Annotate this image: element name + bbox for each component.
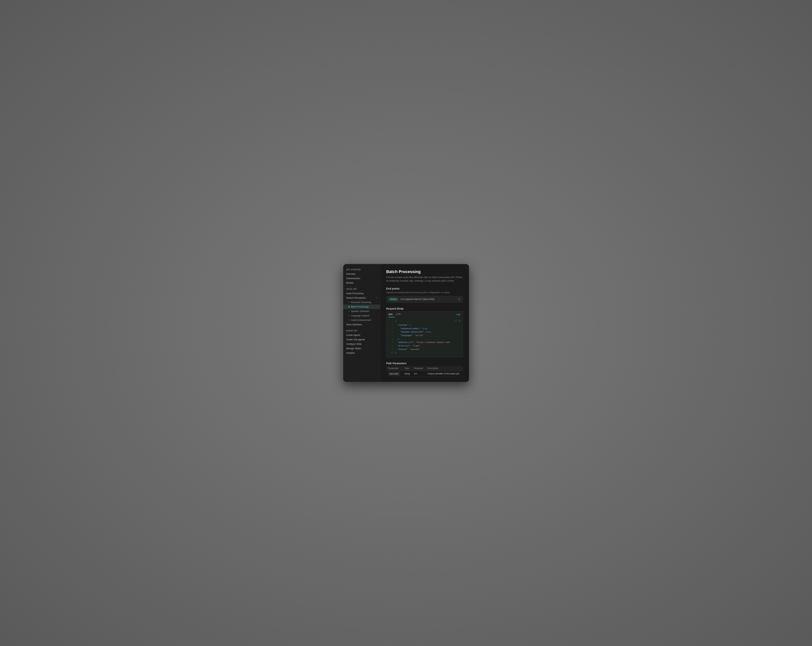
params-table: Parameter Type Required Description batc…	[386, 366, 463, 377]
sidebar-sub-audio-enhancement[interactable]: Audio Enhancement	[343, 318, 380, 322]
endpoint-bar: PATCH /v1/speech/batch/{batchId}	[386, 296, 463, 303]
dot-icon	[348, 315, 350, 316]
dot-icon	[348, 306, 350, 307]
chevron-icon: ›	[377, 292, 377, 294]
tab-curl[interactable]: cURL	[396, 311, 403, 317]
col-type: Type	[403, 366, 412, 371]
chevron-icon: ›	[377, 323, 377, 326]
copy-endpoint-button[interactable]	[458, 298, 461, 301]
learn-button[interactable]: Lear	[456, 312, 460, 317]
chevron-icon: ›	[377, 352, 377, 354]
code-line-6: 6 },	[389, 337, 460, 341]
col-required: Required	[412, 366, 426, 371]
code-line-10: 10 }	[389, 351, 460, 355]
sidebar-item-configure-skills[interactable]: Configure Skills	[343, 342, 380, 346]
path-params-heading: Path Parameters	[386, 362, 463, 365]
endpoint-path: /v1/speech/batch/{batchId}	[400, 298, 458, 301]
tab-json[interactable]: json	[389, 311, 395, 317]
sidebar-item-analytics[interactable]: Analytics ›	[343, 351, 380, 355]
sidebar-sub-speaker-detection[interactable]: Speaker Detection	[343, 309, 380, 314]
code-line-3: 3 "enhanced_model": true,	[389, 327, 460, 331]
param-name-cell: batchID	[386, 371, 403, 377]
param-name-badge: batchID	[388, 372, 400, 375]
code-line-9: 9 "status": "paused"	[389, 348, 460, 351]
dot-icon	[348, 311, 350, 312]
chevron-icon: ›	[377, 277, 377, 279]
dot-icon	[348, 320, 350, 321]
svg-rect-4	[459, 320, 460, 322]
sidebar-section-agent-api: Agent API	[343, 330, 380, 332]
sidebar-sub-batch-processing[interactable]: Batch Processing	[343, 305, 380, 309]
endpoints-heading: End points	[386, 287, 463, 290]
col-parameter: Parameter	[386, 366, 403, 371]
main-content: Batch Processing Process multiple audio …	[380, 264, 469, 382]
chevron-icon: ›	[377, 347, 377, 349]
sidebar-item-authentication[interactable]: Authentication ›	[343, 276, 380, 281]
sidebar-section-get-started: Get Started	[343, 269, 380, 271]
sidebar-item-create-agents[interactable]: Create Agents	[343, 333, 380, 337]
info-icon-button[interactable]	[455, 320, 457, 323]
code-line-2: 2 "config": {	[389, 323, 460, 327]
sidebar-item-speech-recognition[interactable]: Speech Recognition ∧	[343, 295, 380, 300]
param-description-cell: Unique identifier of the batch job	[426, 371, 463, 377]
copy-code-button[interactable]	[458, 320, 461, 323]
code-line-8: 8 "priority": "high",	[389, 344, 460, 348]
page-title: Batch Processing	[386, 269, 463, 274]
chevron-icon: ›	[377, 282, 377, 284]
sidebar: Get Started Overview Authentication › Mo…	[343, 264, 380, 382]
sidebar-item-create-sub-agents[interactable]: Create Sub-agents	[343, 337, 380, 342]
page-description: Process multiple audio files efficiently…	[386, 276, 463, 283]
dot-icon	[348, 302, 350, 303]
chevron-up-icon: ∧	[376, 297, 377, 299]
sidebar-sub-realtime-streaming[interactable]: Real-time Streaming	[343, 300, 380, 305]
code-line-7: 7 "webhook_url": "https://webhook.domain…	[389, 341, 460, 344]
code-line-5: 5 "language": "en-US"	[389, 334, 460, 337]
code-tabs: json cURL Lear	[386, 311, 463, 317]
code-block: 1 { 2 "config": { 3 "enhanced_model": tr…	[386, 317, 463, 357]
sidebar-item-manage-states[interactable]: Manage States ›	[343, 346, 380, 351]
sidebar-item-models[interactable]: Models ›	[343, 281, 380, 285]
sidebar-item-overview[interactable]: Overview	[343, 272, 380, 276]
sidebar-section-voice-api: Voice API	[343, 288, 380, 290]
param-required-cell: yes	[412, 371, 426, 377]
sidebar-item-voice-synthesis[interactable]: Voice Synthesis ›	[343, 322, 380, 327]
request-body-heading: Request Body	[386, 307, 463, 310]
method-badge: PATCH	[389, 298, 398, 301]
endpoints-subtext: Update an existing batch processing job'…	[386, 291, 463, 294]
device-frame: Get Started Overview Authentication › Mo…	[343, 264, 469, 382]
code-icons	[455, 320, 461, 323]
table-row: batchID string yes Unique identifier of …	[386, 371, 463, 377]
code-line-1: 1 {	[389, 320, 460, 323]
svg-rect-0	[459, 299, 460, 301]
sidebar-item-audio-processing[interactable]: Audio Processing ›	[343, 291, 380, 295]
col-description: Description	[426, 366, 463, 371]
sidebar-sub-language-support[interactable]: Language Support	[343, 314, 380, 318]
param-type-cell: string	[403, 371, 412, 377]
code-line-4: 4 "speaker_detection": true,	[389, 330, 460, 334]
table-header-row: Parameter Type Required Description	[386, 366, 463, 371]
